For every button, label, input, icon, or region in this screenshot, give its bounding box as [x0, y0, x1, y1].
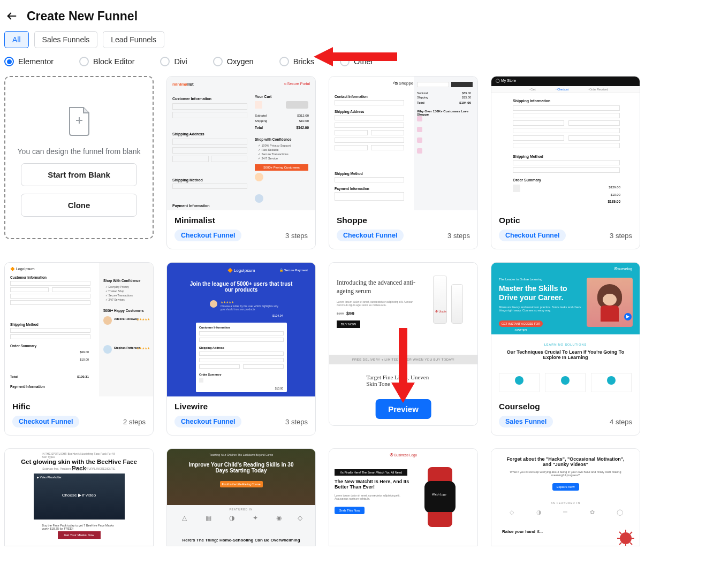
template-title: Courselog	[499, 402, 632, 411]
builder-block-editor[interactable]: Block Editor	[79, 57, 134, 66]
builder-radio-row: Elementor Block Editor Divi Oxygen Brick…	[4, 57, 636, 66]
template-steps: 3 steps	[447, 232, 470, 240]
builder-other[interactable]: Other	[340, 57, 373, 66]
builder-elementor[interactable]: Elementor	[4, 57, 54, 66]
filter-sales-funnels[interactable]: Sales Funnels	[34, 31, 98, 48]
svg-line-11	[630, 543, 632, 545]
blank-card: You can design the funnel from blank Sta…	[4, 76, 154, 239]
builder-label: Block Editor	[93, 57, 134, 66]
template-steps: 3 steps	[610, 232, 632, 240]
template-card-utopia[interactable]: Introducing the advanced anti-ageing ser…	[329, 262, 478, 426]
template-tag: Checkout Funnel	[12, 416, 79, 427]
template-card-optic[interactable]: ◯ My Store ◦ Cart ◦ Checkout ◦ Order Rec…	[491, 76, 640, 249]
template-card-minimalist[interactable]: minimalist ⎋ Secure Portal Customer Info…	[166, 76, 316, 249]
template-steps: 3 steps	[285, 232, 308, 240]
builder-divi[interactable]: Divi	[160, 57, 187, 66]
template-tag: Checkout Funnel	[174, 416, 241, 427]
template-title: Minimalist	[174, 216, 308, 225]
template-thumbnail: 🔶 LogoIpsum Customer Information Shippin…	[5, 263, 153, 396]
builder-label: Oxygen	[227, 57, 254, 66]
template-tag: Sales Funnel	[499, 416, 553, 427]
template-steps: 4 steps	[610, 418, 632, 426]
svg-line-13	[619, 543, 621, 545]
template-grid: You can design the funnel from blank Sta…	[4, 76, 636, 546]
filter-lead-funnels[interactable]: Lead Funnels	[103, 31, 164, 48]
template-steps: 3 steps	[285, 418, 308, 426]
template-thumbnail: Forget about the "Hacks", "Occasional Mo…	[491, 449, 640, 546]
funnel-type-filters: All Sales Funnels Lead Funnels	[4, 31, 636, 48]
template-thumbnail: Introducing the advanced anti-ageing ser…	[329, 263, 477, 425]
template-card-watchit[interactable]: ⦿ Business Logo It's Finally Here! The S…	[329, 448, 478, 546]
start-from-blank-button[interactable]: Start from Blank	[21, 163, 137, 186]
template-card-livewire[interactable]: 🔶 LogoIpsum 🔒 Secure Payment Join the le…	[166, 262, 316, 436]
back-button[interactable]	[4, 9, 19, 24]
builder-label: Divi	[174, 57, 187, 66]
template-thumbnail: ⦿ourselog The Leader in Online Learning …	[491, 263, 640, 396]
template-title: Hific	[12, 402, 146, 411]
blank-page-icon	[65, 105, 93, 140]
template-thumbnail: 🔶 LogoIpsum 🔒 Secure Payment Join the le…	[167, 263, 315, 396]
builder-bricks[interactable]: Bricks	[279, 57, 314, 66]
template-card-reading[interactable]: Teaching Your Children The Lockdown Beyo…	[166, 448, 316, 546]
builder-label: Bricks	[293, 57, 314, 66]
template-card-hific[interactable]: 🔶 LogoIpsum Customer Information Shippin…	[4, 262, 154, 436]
svg-line-10	[619, 532, 621, 534]
preview-button[interactable]: Preview	[375, 399, 431, 419]
template-tag: Checkout Funnel	[499, 230, 566, 241]
template-title: Livewire	[174, 402, 308, 411]
template-card-beehive[interactable]: IN THE SPOTLIGHT: BeeHive's Nourishing F…	[4, 448, 154, 546]
template-thumbnail: Teaching Your Children The Lockdown Beyo…	[167, 449, 315, 546]
clone-button[interactable]: Clone	[21, 194, 137, 217]
template-thumbnail: ⦿ Business Logo It's Finally Here! The S…	[329, 449, 477, 546]
builder-label: Elementor	[18, 57, 54, 66]
builder-oxygen[interactable]: Oxygen	[213, 57, 254, 66]
template-tag: Checkout Funnel	[174, 230, 241, 241]
template-thumbnail: minimalist ⎋ Secure Portal Customer Info…	[167, 77, 315, 210]
template-card-courselog[interactable]: ⦿ourselog The Leader in Online Learning …	[491, 262, 640, 436]
template-tag: Checkout Funnel	[337, 230, 404, 241]
builder-label: Other	[354, 57, 373, 66]
template-card-shoppe[interactable]: 🛍 Shoppe Contact Information Shipping Ad…	[329, 76, 478, 249]
filter-all[interactable]: All	[4, 31, 29, 48]
template-thumbnail: 🛍 Shoppe Contact Information Shipping Ad…	[329, 77, 477, 210]
template-title: Optic	[499, 216, 632, 225]
svg-line-12	[630, 532, 632, 534]
template-title: Shoppe	[337, 216, 470, 225]
page-title: Create New Funnel	[27, 9, 138, 24]
svg-point-5	[620, 532, 632, 544]
template-thumbnail: ◯ My Store ◦ Cart ◦ Checkout ◦ Order Rec…	[491, 77, 640, 210]
template-thumbnail: IN THE SPOTLIGHT: BeeHive's Nourishing F…	[5, 449, 153, 546]
template-steps: 2 steps	[123, 418, 146, 426]
blank-card-text: You can design the funnel from blank	[18, 147, 141, 156]
template-card-hacks[interactable]: Forget about the "Hacks", "Occasional Mo…	[491, 448, 640, 546]
